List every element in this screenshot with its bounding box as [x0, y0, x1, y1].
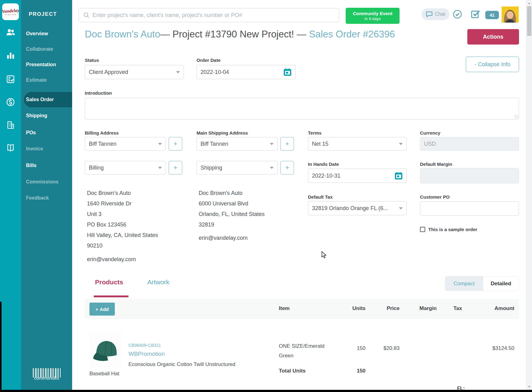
- plus-icon: +: [96, 307, 98, 312]
- shipping-contact-value: Biff Tannen: [201, 141, 228, 147]
- view-toggle-detailed[interactable]: Detailed: [483, 276, 519, 291]
- client-link[interactable]: Doc Brown's Auto: [85, 29, 160, 40]
- sidebar-item-overview[interactable]: Overview: [26, 31, 48, 37]
- notification-badge[interactable]: 41: [485, 11, 499, 19]
- add-product-button[interactable]: + Add: [89, 303, 115, 316]
- currency-value: USD: [424, 141, 436, 147]
- customer-po-input[interactable]: [420, 201, 519, 216]
- tab-artwork[interactable]: Artwork: [147, 278, 169, 286]
- scrollbar-thumb[interactable]: [527, 6, 531, 36]
- sample-order-checkbox-row[interactable]: This is a sample order: [420, 227, 477, 232]
- actions-button[interactable]: Actions: [467, 29, 519, 45]
- add-billing-address-button[interactable]: +: [169, 161, 182, 174]
- tab-products[interactable]: Products: [95, 278, 123, 286]
- commonsku-logo-text: commonsku: [21, 375, 72, 381]
- resources-icon[interactable]: [6, 143, 15, 153]
- column-header-units: Units: [335, 305, 365, 312]
- total-units-label: Total Units: [279, 368, 306, 374]
- shipping-type-select[interactable]: Shipping: [197, 161, 278, 174]
- add-billing-contact-button[interactable]: +: [169, 137, 182, 151]
- sidebar-item-shipping[interactable]: Shipping: [26, 113, 47, 118]
- view-toggle-compact[interactable]: Compact: [445, 276, 483, 291]
- tasks-icon[interactable]: [471, 10, 480, 19]
- resize-handle[interactable]: [515, 115, 518, 118]
- product-sku-link[interactable]: CB98409-CB311: [128, 343, 161, 348]
- shipping-contact-select[interactable]: Biff Tannen: [197, 137, 278, 151]
- status-select[interactable]: Client Approved: [85, 65, 184, 79]
- icon-rail: Vandelay PROMOTIONS: [0, 0, 21, 392]
- order-date-field[interactable]: 2022-10-04: [197, 65, 296, 79]
- orders-icon[interactable]: [6, 74, 15, 84]
- calendar-icon: [395, 172, 403, 180]
- order-date-label: Order Date: [197, 58, 221, 63]
- search-input[interactable]: [93, 12, 335, 19]
- product-row: CB98409-CB311 WBPromotion Econscious Org…: [85, 319, 519, 390]
- billing-email-link[interactable]: erin@vandelay.com: [87, 256, 136, 263]
- sidebar-item-pos[interactable]: POs: [26, 130, 36, 136]
- shipping-address-text: Doc Brown's Auto 6000 Universal Blvd Orl…: [199, 188, 265, 230]
- sidebar-item-feedback[interactable]: Feedback: [26, 195, 49, 201]
- project-title-text: — Project #13790 New Project! —: [160, 29, 309, 40]
- sidebar-item-bills[interactable]: Bills: [26, 163, 37, 168]
- sidebar-item-presentation[interactable]: Presentation: [26, 62, 56, 67]
- chat-button[interactable]: Chat: [422, 8, 449, 20]
- sample-order-checkbox[interactable]: [420, 227, 425, 232]
- shipping-email-link[interactable]: erin@vandelay.com: [199, 235, 248, 241]
- chevron-down-icon: [270, 167, 274, 169]
- column-header-item: Item: [279, 305, 290, 312]
- sidebar-item-invoice[interactable]: Invoice: [26, 146, 43, 152]
- finance-icon[interactable]: [6, 97, 15, 107]
- chat-bubble-icon: [426, 11, 433, 18]
- sidebar-item-commissions[interactable]: Commissions: [26, 179, 58, 185]
- add-shipping-address-button[interactable]: +: [280, 161, 294, 174]
- sales-order-link[interactable]: Sales Order #26396: [309, 29, 395, 40]
- billing-contact-select[interactable]: Biff Tannen: [85, 137, 166, 151]
- vandelay-logo-text: Vandelay: [2, 8, 19, 14]
- app-window: Vandelay PROMOTIONS PROJECT Overview Col…: [0, 0, 532, 392]
- sidebar-item-estimate[interactable]: Estimate: [26, 77, 47, 83]
- reminders-icon[interactable]: [453, 10, 462, 19]
- sidebar-item-sales-order[interactable]: Sales Order: [26, 97, 54, 102]
- customer-po-label: Customer PO: [420, 194, 450, 200]
- billing-address-label: Billing Address: [85, 130, 119, 136]
- reports-icon[interactable]: [6, 51, 15, 61]
- product-image[interactable]: [89, 333, 123, 368]
- in-hands-date-label: In Hands Date: [308, 162, 339, 167]
- chevron-down-icon: [176, 71, 180, 73]
- billing-type-select[interactable]: Billing: [85, 161, 166, 174]
- in-hands-date-field[interactable]: 2022-10-31: [308, 169, 407, 183]
- currency-label: Currency: [420, 130, 440, 136]
- shipping-type-value: Shipping: [201, 165, 222, 171]
- default-tax-select[interactable]: 32819 Orlando Orange FL (6...: [308, 201, 407, 215]
- billing-contact-value: Biff Tannen: [89, 141, 116, 147]
- billing-address-text: Doc Brown's Auto 1640 Riverside Dr Unit …: [87, 188, 158, 251]
- add-shipping-contact-button[interactable]: +: [280, 137, 294, 151]
- user-avatar[interactable]: [502, 6, 519, 23]
- scroll-down-arrow[interactable]: ▼: [526, 384, 532, 390]
- product-vendor-link[interactable]: WBPromotion: [128, 351, 165, 357]
- in-hands-date-value: 2022-10-31: [312, 173, 340, 179]
- introduction-textarea[interactable]: [85, 98, 519, 119]
- add-product-label: Add: [100, 307, 109, 312]
- scroll-up-arrow[interactable]: ▲: [526, 0, 532, 6]
- product-item-cell: ONE SIZE/Emerald Green: [279, 341, 333, 360]
- product-name: Baseball Hat: [89, 371, 119, 377]
- vandelay-logo-subtext: PROMOTIONS: [5, 14, 16, 15]
- chevron-down-icon: [158, 167, 162, 169]
- chevron-down-icon: [399, 207, 403, 209]
- contacts-icon[interactable]: [6, 27, 15, 37]
- sidebar-title: PROJECT: [29, 11, 57, 17]
- collapse-info-button[interactable]: - Collapse Info: [466, 57, 519, 72]
- vandelay-logo[interactable]: Vandelay PROMOTIONS: [2, 3, 19, 20]
- default-margin-label: Default Margin: [420, 162, 452, 167]
- product-amount-cell: $3124.50: [462, 345, 514, 351]
- sidebar-item-collaborate[interactable]: Collaborate: [26, 46, 53, 52]
- chevron-down-icon: [270, 143, 274, 145]
- default-tax-value: 32819 Orlando Orange FL (6...: [312, 205, 388, 212]
- project-search: [79, 8, 339, 22]
- terms-select[interactable]: Net 15: [308, 137, 407, 151]
- currency-field: USD: [420, 137, 519, 151]
- company-icon[interactable]: [6, 120, 15, 130]
- vertical-scrollbar[interactable]: ▲ ▼: [526, 0, 532, 392]
- community-event-button[interactable]: Community Event in 9 days: [346, 8, 400, 24]
